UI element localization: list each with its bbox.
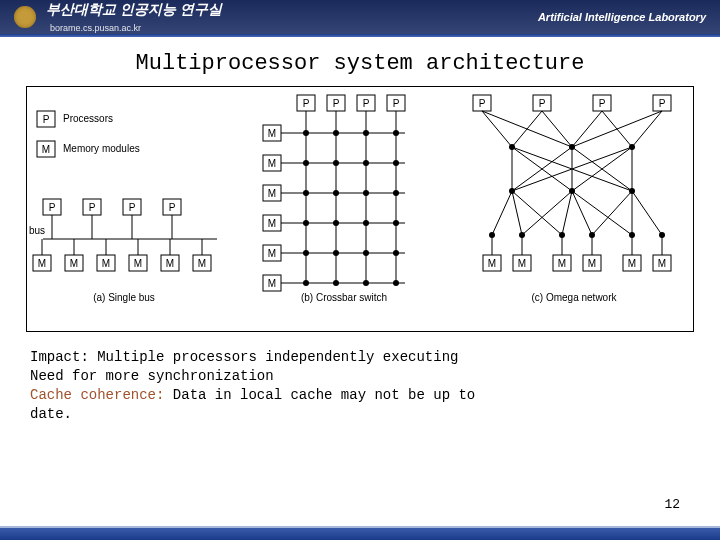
svg-text:M: M	[518, 258, 526, 269]
svg-point-81	[333, 220, 339, 226]
caption-b: (b) Crossbar switch	[301, 292, 387, 303]
svg-text:M: M	[268, 218, 276, 229]
svg-line-131	[572, 111, 662, 147]
svg-point-90	[363, 280, 369, 286]
line-4: date.	[30, 405, 690, 424]
lab-name: Artificial Intelligence Laboratory	[538, 11, 706, 23]
svg-point-91	[393, 280, 399, 286]
svg-point-80	[303, 220, 309, 226]
svg-point-89	[333, 280, 339, 286]
svg-text:P: P	[169, 202, 176, 213]
svg-line-127	[572, 111, 602, 147]
svg-text:P: P	[363, 98, 370, 109]
line-3: Cache coherence: Data in local cache may…	[30, 386, 690, 405]
svg-point-69	[333, 130, 339, 136]
svg-text:P: P	[479, 98, 486, 109]
svg-point-86	[363, 250, 369, 256]
svg-point-85	[333, 250, 339, 256]
svg-point-72	[303, 160, 309, 166]
header: 부산대학교 인공지능 연구실 borame.cs.pusan.ac.kr Art…	[0, 0, 720, 34]
svg-text:P: P	[539, 98, 546, 109]
svg-point-76	[303, 190, 309, 196]
org-title: 부산대학교 인공지능 연구실	[46, 1, 222, 17]
line-2: Need for more synchronization	[30, 367, 690, 386]
svg-point-79	[393, 190, 399, 196]
svg-line-142	[512, 191, 522, 235]
svg-line-148	[522, 191, 572, 235]
svg-text:M: M	[658, 258, 666, 269]
diagram-crossbar: P P P P M M M M M M	[263, 95, 405, 303]
svg-point-82	[363, 220, 369, 226]
svg-line-150	[592, 191, 632, 235]
caption-c: (c) Omega network	[531, 292, 617, 303]
svg-text:P: P	[599, 98, 606, 109]
svg-text:M: M	[38, 258, 46, 269]
svg-text:M: M	[628, 258, 636, 269]
svg-point-75	[393, 160, 399, 166]
svg-point-87	[393, 250, 399, 256]
svg-text:M: M	[268, 158, 276, 169]
diagram-single-bus: P Processors M Memory modules P P P P bu…	[29, 111, 217, 303]
svg-point-73	[333, 160, 339, 166]
svg-text:M: M	[102, 258, 110, 269]
header-text: 부산대학교 인공지능 연구실 borame.cs.pusan.ac.kr	[46, 1, 222, 34]
svg-text:Processors: Processors	[63, 113, 113, 124]
svg-point-71	[393, 130, 399, 136]
svg-text:P: P	[43, 114, 50, 125]
svg-text:M: M	[268, 248, 276, 259]
logo-icon	[14, 6, 36, 28]
line-1: Impact: Multiple processors independentl…	[30, 348, 690, 367]
svg-text:Memory modules: Memory modules	[63, 143, 140, 154]
svg-text:P: P	[393, 98, 400, 109]
svg-point-84	[303, 250, 309, 256]
svg-text:P: P	[89, 202, 96, 213]
svg-text:M: M	[166, 258, 174, 269]
svg-text:M: M	[198, 258, 206, 269]
figure-frame: P Processors M Memory modules P P P P bu…	[26, 86, 694, 332]
svg-line-124	[482, 111, 512, 147]
architecture-diagram: P Processors M Memory modules P P P P bu…	[29, 91, 689, 321]
svg-point-74	[363, 160, 369, 166]
svg-line-143	[562, 191, 572, 235]
caption-a: (a) Single bus	[93, 292, 155, 303]
svg-text:M: M	[558, 258, 566, 269]
org-url: borame.cs.pusan.ac.kr	[50, 23, 141, 33]
svg-text:P: P	[659, 98, 666, 109]
svg-point-77	[333, 190, 339, 196]
svg-text:M: M	[268, 188, 276, 199]
svg-text:M: M	[268, 278, 276, 289]
page-number: 12	[664, 497, 680, 512]
footer-bar	[0, 526, 720, 540]
page-title: Multiprocessor system architecture	[26, 51, 694, 76]
svg-text:P: P	[49, 202, 56, 213]
svg-text:M: M	[268, 128, 276, 139]
svg-text:M: M	[134, 258, 142, 269]
svg-text:P: P	[333, 98, 340, 109]
svg-line-126	[542, 111, 572, 147]
svg-text:bus: bus	[29, 225, 45, 236]
svg-line-149	[572, 191, 632, 235]
svg-text:M: M	[42, 144, 50, 155]
svg-point-78	[363, 190, 369, 196]
svg-line-146	[632, 191, 662, 235]
svg-point-83	[393, 220, 399, 226]
svg-text:M: M	[588, 258, 596, 269]
svg-point-88	[303, 280, 309, 286]
svg-line-147	[512, 191, 562, 235]
svg-line-130	[482, 111, 572, 147]
svg-text:P: P	[303, 98, 310, 109]
svg-text:P: P	[129, 202, 136, 213]
svg-text:M: M	[488, 258, 496, 269]
svg-line-144	[572, 191, 592, 235]
svg-line-141	[492, 191, 512, 235]
svg-point-70	[363, 130, 369, 136]
svg-point-68	[303, 130, 309, 136]
svg-line-129	[632, 111, 662, 147]
diagram-omega: P P P P M M M M M M	[473, 95, 671, 303]
svg-text:M: M	[70, 258, 78, 269]
body-text: Impact: Multiple processors independentl…	[30, 348, 690, 424]
